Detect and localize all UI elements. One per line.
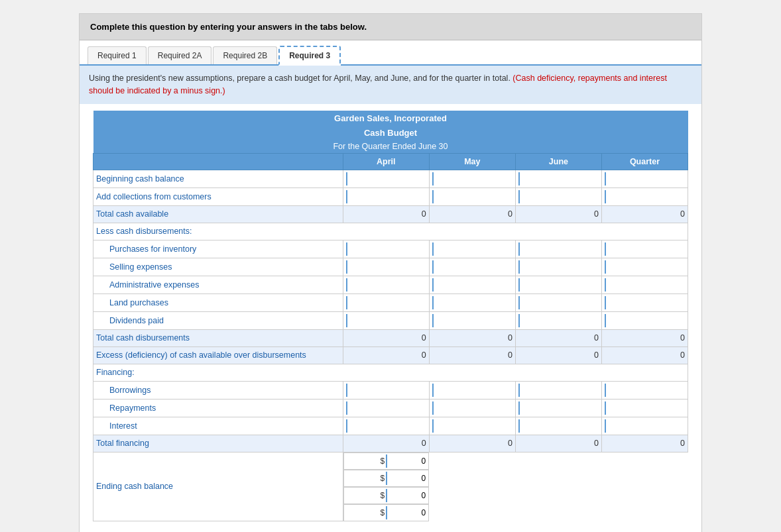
table-area: Garden Sales, Incorporated Cash Budget F… <box>80 104 701 529</box>
col-label-header <box>93 153 343 170</box>
header-text: Complete this question by entering your … <box>90 22 367 32</box>
col-june-header: June <box>515 153 601 170</box>
col-may-header: May <box>429 153 515 170</box>
instructions-text1: Using the president's new assumptions, p… <box>89 74 511 83</box>
cash-budget-table: Garden Sales, Incorporated Cash Budget F… <box>93 111 688 522</box>
instructions: Using the president's new assumptions, p… <box>80 66 701 104</box>
tab-required2a[interactable]: Required 2A <box>148 46 212 64</box>
main-container: Complete this question by entering your … <box>79 13 702 532</box>
bottom-nav: < Required 2B Required 3 > <box>80 528 701 532</box>
col-april-header: April <box>343 153 429 170</box>
table-period: For the Quarter Ended June 30 <box>93 140 688 154</box>
tabs-row: Required 1 Required 2A Required 2B Requi… <box>80 40 701 66</box>
tab-required2b[interactable]: Required 2B <box>213 46 277 64</box>
table-subtitle: Cash Budget <box>93 126 688 140</box>
col-quarter-header: Quarter <box>601 153 688 170</box>
header-banner: Complete this question by entering your … <box>80 14 701 40</box>
tab-required3[interactable]: Required 3 <box>278 46 341 66</box>
table-title: Garden Sales, Incorporated <box>93 111 688 126</box>
tab-required1[interactable]: Required 1 <box>88 46 147 64</box>
